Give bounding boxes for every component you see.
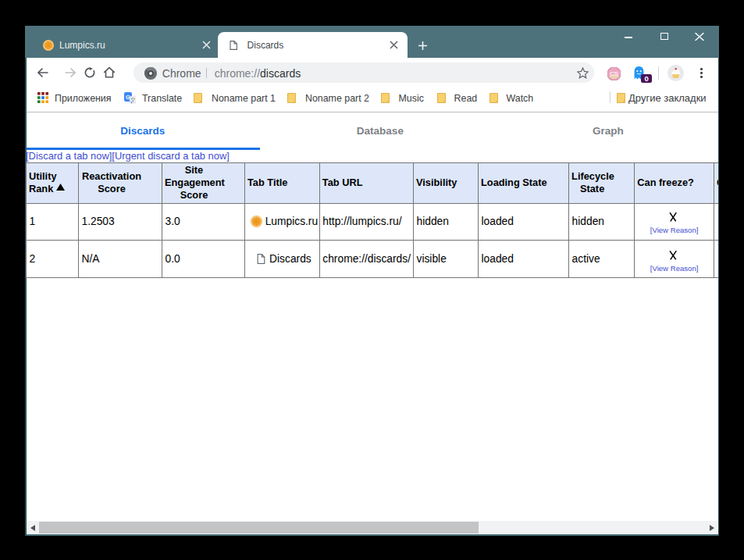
svg-text:CS: CS	[610, 70, 619, 77]
